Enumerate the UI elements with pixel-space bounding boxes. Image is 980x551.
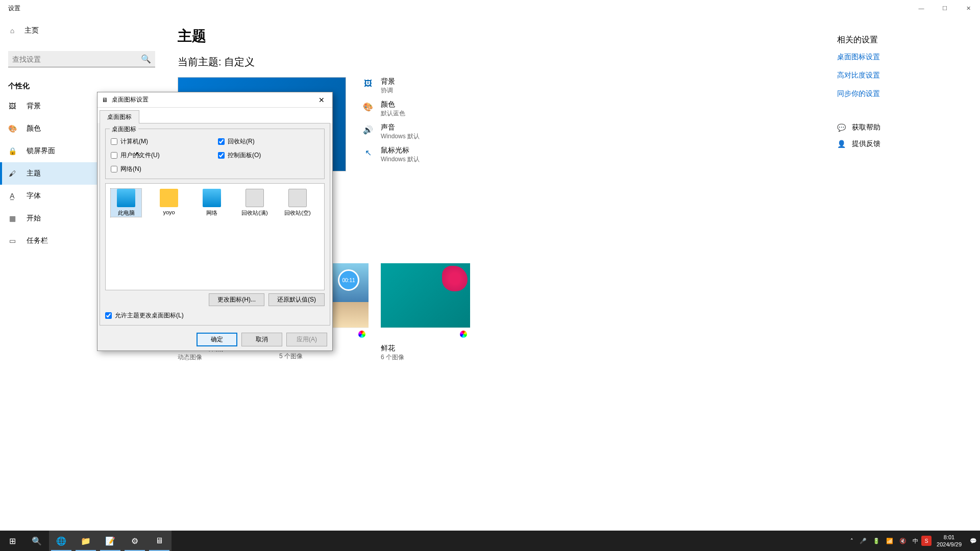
theme-card-flowers[interactable]: 鲜花 6 个图像 — [381, 263, 470, 362]
search-box[interactable]: 🔍 — [8, 51, 155, 67]
checkbox-input[interactable] — [111, 152, 117, 159]
desktop-icon-dialog: 🖥 桌面图标设置 ✕ 桌面图标 桌面图标 计算机(M) 回收站(R) 用户的文件… — [97, 92, 333, 351]
theme-name: 鲜花 — [381, 344, 470, 353]
tray-ime-brand[interactable]: S — [921, 536, 932, 546]
search-input[interactable] — [12, 55, 141, 63]
icon-label: 此电脑 — [118, 209, 135, 217]
theme-desc: 5 个图像 — [279, 352, 369, 361]
network-icon — [203, 189, 221, 207]
prop-value: Windows 默认 — [381, 132, 420, 141]
tab-desktop-icons[interactable]: 桌面图标 — [100, 110, 139, 123]
check-recyclebin[interactable]: 回收站(R) — [218, 137, 319, 146]
help-link[interactable]: 💬获取帮助 — [837, 123, 960, 132]
checkbox-input[interactable] — [111, 138, 117, 145]
color-dot-icon — [358, 331, 365, 338]
prop-background[interactable]: 🖼 背景协调 — [362, 77, 420, 95]
allow-theme-change[interactable]: 允许主题更改桌面图标(L) — [105, 311, 325, 320]
close-button[interactable]: ✕ — [957, 0, 980, 16]
icon-user[interactable]: yoyo — [154, 189, 184, 215]
checkbox-input[interactable] — [218, 152, 225, 159]
tray-wifi-icon[interactable]: 📶 — [883, 538, 896, 544]
taskbar: ⊞ 🔍 🌐 📁 📝 ⚙ 🖥 ˄ 🎤 🔋 📶 🔇 中 S 8:01 2024/9/… — [0, 531, 980, 551]
taskbar-notepad[interactable]: 📝 — [98, 531, 122, 551]
icon-network[interactable]: 网络 — [197, 189, 227, 217]
nav-label: 主题 — [27, 169, 41, 178]
search-button[interactable]: 🔍 — [24, 531, 49, 551]
font-icon: A̲ — [8, 192, 16, 200]
check-label: 网络(N) — [120, 165, 141, 173]
cancel-button[interactable]: 取消 — [241, 333, 282, 346]
search-icon: 🔍 — [32, 536, 42, 546]
notepad-icon: 📝 — [105, 536, 115, 546]
taskbar-explorer[interactable]: 📁 — [74, 531, 98, 551]
prop-color[interactable]: 🎨 颜色默认蓝色 — [362, 100, 420, 118]
tray-volume-icon[interactable]: 🔇 — [896, 538, 910, 544]
maximize-button[interactable]: ☐ — [933, 0, 957, 16]
icon-thispc[interactable]: 此电脑 — [111, 189, 141, 217]
check-label: 控制面板(O) — [228, 151, 261, 160]
taskbar-icon: ▭ — [8, 237, 16, 245]
check-label: 回收站(R) — [228, 137, 255, 146]
link-sync[interactable]: 同步你的设置 — [837, 89, 960, 98]
nav-label: 锁屏界面 — [27, 146, 55, 156]
prop-label: 颜色 — [381, 100, 405, 109]
theme-properties: 🖼 背景协调 🎨 颜色默认蓝色 🔊 声音Windows 默认 ↖ 鼠标光标Win… — [362, 77, 420, 171]
icon-checkboxes-group: 桌面图标 计算机(M) 回收站(R) 用户的文件(U) 控制面板(O) 网络(N… — [105, 129, 325, 179]
start-button[interactable]: ⊞ — [0, 531, 24, 551]
dialog-close-button[interactable]: ✕ — [311, 92, 332, 108]
nav-label: 字体 — [27, 191, 41, 201]
tray-battery-icon[interactable]: 🔋 — [870, 538, 883, 544]
restore-defaults-button[interactable]: 还原默认值(S) — [268, 293, 325, 306]
tray-mic-icon[interactable]: 🎤 — [856, 538, 870, 544]
check-controlpanel[interactable]: 控制面板(O) — [218, 151, 319, 160]
prop-cursor[interactable]: ↖ 鼠标光标Windows 默认 — [362, 146, 420, 164]
app-icon: 🖥 — [155, 536, 163, 545]
dialog-titlebar[interactable]: 🖥 桌面图标设置 ✕ — [97, 92, 332, 108]
tray-date: 2024/9/29 — [937, 541, 962, 548]
prop-value: 默认蓝色 — [381, 109, 405, 118]
prop-label: 背景 — [381, 77, 395, 86]
feedback-icon: 👤 — [837, 140, 846, 148]
home-label: 主页 — [24, 26, 39, 35]
icon-recyclebin-empty[interactable]: 回收站(空) — [282, 189, 313, 217]
tray-notifications[interactable]: 💬 — [967, 538, 980, 544]
taskbar-chrome[interactable]: 🌐 — [49, 531, 74, 551]
nav-label: 背景 — [27, 102, 41, 111]
apply-button[interactable]: 应用(A) — [286, 333, 327, 346]
checkbox-input[interactable] — [218, 138, 225, 145]
titlebar: 设置 — ☐ ✕ — [0, 0, 980, 16]
ok-button[interactable]: 确定 — [197, 333, 237, 346]
theme-desc: 6 个图像 — [381, 353, 470, 362]
right-panel: 相关的设置 桌面图标设置 高对比度设置 同步你的设置 💬获取帮助 👤提供反馈 — [837, 35, 960, 156]
nav-label: 任务栏 — [27, 236, 48, 245]
link-desktop-icons[interactable]: 桌面图标设置 — [837, 53, 960, 62]
minimize-button[interactable]: — — [910, 0, 933, 16]
group-label: 桌面图标 — [110, 125, 138, 134]
nav-label: 颜色 — [27, 124, 41, 133]
taskbar-app[interactable]: 🖥 — [147, 531, 172, 551]
check-userfiles[interactable]: 用户的文件(U) — [111, 151, 212, 160]
dialog-tabs: 桌面图标 — [97, 108, 332, 123]
icon-recyclebin-full[interactable]: 回收站(满) — [239, 189, 270, 217]
tray-clock[interactable]: 8:01 2024/9/29 — [932, 534, 967, 548]
dialog-title: 桌面图标设置 — [112, 95, 149, 104]
checkbox-input[interactable] — [105, 312, 112, 319]
feedback-link[interactable]: 👤提供反馈 — [837, 139, 960, 148]
tray-ime[interactable]: 中 — [910, 537, 921, 545]
maximize-icon: ☐ — [942, 5, 947, 12]
check-network[interactable]: 网络(N) — [111, 165, 212, 173]
checkbox-input[interactable] — [111, 166, 117, 172]
palette-icon: 🎨 — [8, 124, 16, 133]
check-label: 计算机(M) — [120, 137, 148, 146]
check-computer[interactable]: 计算机(M) — [111, 137, 212, 146]
icon-label: yoyo — [163, 209, 175, 215]
change-icon-button[interactable]: 更改图标(H)... — [209, 293, 264, 306]
prop-sound[interactable]: 🔊 声音Windows 默认 — [362, 123, 420, 141]
icon-preview-list[interactable]: 此电脑 yoyo 网络 回收站(满) 回收站(空) — [105, 183, 325, 290]
theme-desc: 动态图像 — [178, 353, 267, 362]
home-button[interactable]: ⌂ 主页 — [0, 20, 163, 41]
tray-chevron[interactable]: ˄ — [847, 538, 856, 544]
taskbar-settings[interactable]: ⚙ — [122, 531, 147, 551]
help-label: 获取帮助 — [852, 123, 880, 132]
link-high-contrast[interactable]: 高对比度设置 — [837, 71, 960, 80]
